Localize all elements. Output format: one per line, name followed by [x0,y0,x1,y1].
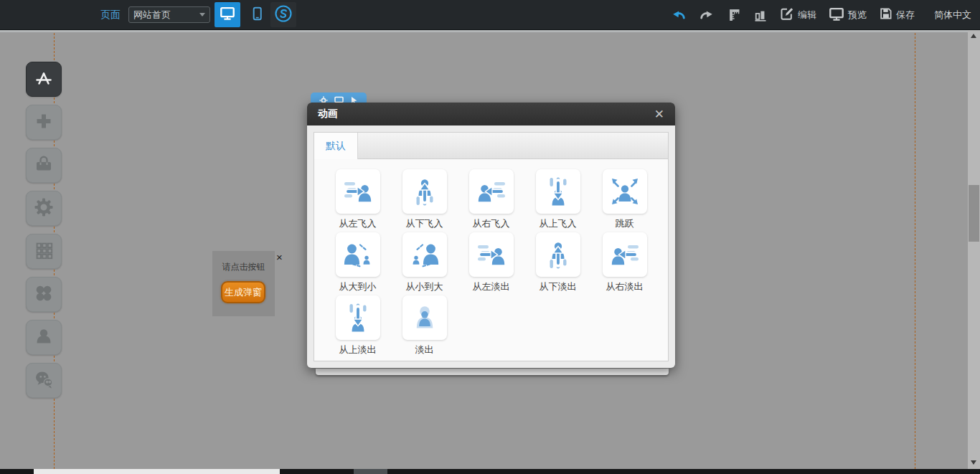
fly-in-right-icon[interactable] [469,169,514,214]
preview-label: 预览 [848,9,867,22]
mobile-view-button[interactable] [244,2,270,27]
sidebar-item-modules[interactable] [26,234,62,269]
widget-text: 请点击按钮 [212,251,275,273]
tab-默认[interactable]: 默认 [314,133,358,159]
animation-item[interactable]: 从右淡出 [591,232,658,292]
fly-in-left-icon[interactable] [336,169,380,214]
redo-icon[interactable] [699,7,715,23]
appstore-icon [34,68,54,91]
edit-label: 编辑 [798,9,816,22]
layout-guide-right [915,29,915,469]
vertical-scrollbar[interactable] [968,29,980,469]
wechat-icon [34,369,54,392]
animation-label: 从左淡出 [473,281,510,292]
animation-label: 从大到小 [339,281,377,292]
animation-item[interactable]: 从左淡出 [458,232,524,292]
mobile-icon [250,5,265,25]
horizontal-scrollbar-segment [354,469,387,474]
animation-item[interactable]: 从下淡出 [524,232,591,292]
animation-label: 跳跃 [616,218,634,229]
user-icon [34,326,54,349]
desktop-icon [220,5,235,24]
page-select[interactable]: 网站首页 [128,6,210,23]
save-icon [879,6,892,23]
page-label: 页面 [100,0,121,29]
sidebar-item-widgets[interactable] [26,277,62,312]
animation-item[interactable]: 从下飞入 [391,169,458,229]
stats-icon[interactable] [753,7,768,23]
small-to-big-icon[interactable] [402,232,447,277]
animation-modal: 动画 ✕ 默认 从左飞入从下飞入从右飞入从上飞入跳跃从大到小从小到大从左淡出从下… [307,103,675,368]
editor-app: 页面 网站首页 编辑 预览 [0,0,980,474]
modal-title: 动画 [318,108,338,120]
topbar-actions: 编辑 预览 保存 简体中文 [671,0,971,29]
link-tool-button[interactable] [270,2,296,27]
gear-icon [34,197,54,220]
animation-item[interactable]: 淡出 [391,295,458,355]
animation-label: 从下淡出 [540,281,577,292]
animation-item[interactable]: 从右飞入 [458,169,524,229]
toolbox-icon [34,154,54,177]
plus-icon [34,111,54,134]
animation-item[interactable]: 从上淡出 [324,295,391,355]
animation-label: 从上飞入 [540,218,577,229]
sidebar-item-settings[interactable] [26,191,62,226]
animation-label: 从小到大 [406,281,443,292]
desktop-view-button[interactable] [215,2,240,27]
preview-icon [829,6,844,24]
edit-icon [780,6,794,23]
animation-label: 淡出 [415,344,434,355]
close-icon[interactable]: ✕ [654,108,664,120]
generate-popup-button[interactable]: 生成弹窗 [221,281,265,303]
modal-header[interactable]: 动画 ✕ [307,103,675,125]
save-label: 保存 [896,9,915,22]
animation-item[interactable]: 从上飞入 [524,169,591,229]
animation-label: 从下飞入 [406,218,443,229]
save-button[interactable]: 保存 [879,6,915,23]
link-icon [274,4,293,26]
vertical-scrollbar-thumb[interactable] [969,185,979,242]
page-select-value: 网站首页 [133,9,171,22]
grid-icon [34,240,54,263]
popup-trigger-widget[interactable]: 请点击按钮 生成弹窗 [212,251,275,316]
big-to-small-icon[interactable] [336,232,380,277]
scroll-down-arrow-icon[interactable] [971,460,976,465]
animation-item[interactable]: 从大到小 [324,232,391,292]
sidebar-item-toolbox[interactable] [26,148,62,183]
sidebar-item-design[interactable] [26,62,62,97]
scroll-up-arrow-icon[interactable] [971,34,976,38]
fly-in-bottom-icon[interactable] [402,169,447,214]
language-button[interactable]: 简体中文 [934,9,971,22]
chevron-down-icon [199,13,205,16]
modal-body: 默认 从左飞入从下飞入从右飞入从上飞入跳跃从大到小从小到大从左淡出从下淡出从右淡… [314,132,669,361]
edit-button[interactable]: 编辑 [780,6,816,23]
horizontal-scrollbar[interactable] [0,469,980,474]
sidebar-item-wechat[interactable] [26,363,62,398]
sidebar-item-member[interactable] [26,320,62,355]
fade-icon[interactable] [402,295,447,340]
horizontal-scrollbar-thumb[interactable] [34,469,280,474]
clover-icon [34,283,54,306]
fly-in-top-icon[interactable] [536,169,580,214]
animation-label: 从右飞入 [473,218,510,229]
ruler-icon[interactable] [727,7,741,23]
animation-label: 从右淡出 [606,281,644,292]
animation-item[interactable]: 从左飞入 [324,169,391,229]
topbar: 页面 网站首页 编辑 预览 [0,0,980,30]
fade-left-icon[interactable] [469,232,514,277]
animation-grid: 从左飞入从下飞入从右飞入从上飞入跳跃从大到小从小到大从左淡出从下淡出从右淡出从上… [314,159,668,359]
widget-close-icon[interactable]: × [276,252,283,262]
fade-top-icon[interactable] [336,295,380,340]
undo-icon[interactable] [671,7,687,23]
preview-button[interactable]: 预览 [829,6,867,24]
popup-edge-fragment [316,369,669,375]
jump-icon[interactable] [603,169,647,214]
animation-item[interactable]: 跳跃 [591,169,658,229]
fade-bottom-icon[interactable] [536,232,580,277]
fade-right-icon[interactable] [603,232,647,277]
tabbar-filler [358,133,668,159]
animation-item[interactable]: 从小到大 [391,232,458,292]
sidebar-item-add[interactable] [26,105,62,140]
animation-label: 从左飞入 [339,218,377,229]
sidebar [26,62,62,398]
